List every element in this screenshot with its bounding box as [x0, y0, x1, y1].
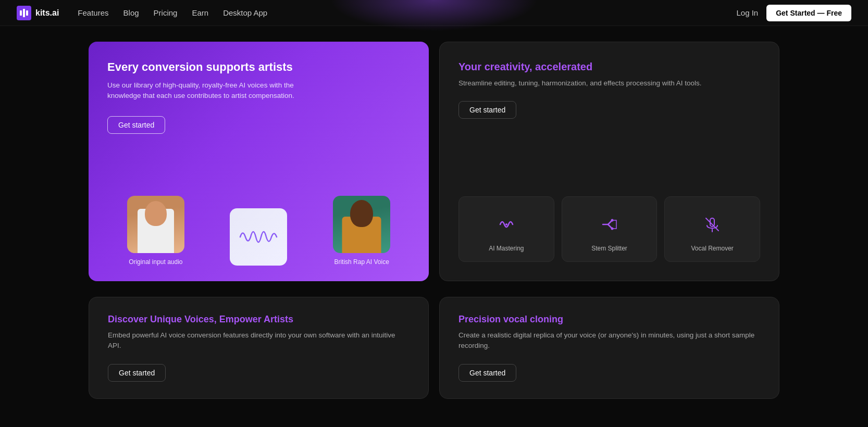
vocal-icon [699, 211, 725, 237]
nav-link-pricing[interactable]: Pricing [154, 8, 178, 17]
svg-rect-2 [26, 10, 28, 16]
mastering-icon [493, 211, 519, 237]
navbar: kits.ai Features Blog Pricing Earn Deskt… [0, 0, 868, 26]
hero-card: Every conversion supports artists Use ou… [89, 42, 429, 281]
tools-grid: AI Mastering Stem Splitter [458, 181, 760, 262]
creativity-card-desc: Streamline editing, tuning, harmonizatio… [458, 78, 760, 89]
nav-left: kits.ai Features Blog Pricing Earn Deskt… [17, 6, 267, 20]
stem-icon [596, 211, 622, 237]
creativity-card-title: Your creativity, accelerated [458, 61, 760, 73]
logo[interactable]: kits.ai [17, 6, 59, 20]
hero-card-title: Every conversion supports artists [107, 60, 410, 74]
logo-icon [17, 6, 31, 20]
tool-item-mastering: AI Mastering [458, 196, 554, 262]
original-avatar [127, 196, 184, 253]
original-voice-item: Original input audio [127, 196, 184, 266]
discover-card-desc: Embed powerful AI voice conversion featu… [108, 330, 410, 351]
original-voice-label: Original input audio [129, 258, 182, 266]
mastering-label: AI Mastering [489, 245, 524, 252]
cloning-card: Precision vocal cloning Create a realist… [439, 297, 779, 399]
discover-card-title: Discover Unique Voices, Empower Artists [108, 314, 410, 325]
waveform-item [230, 208, 287, 266]
creativity-card: Your creativity, accelerated Streamline … [439, 42, 779, 281]
cloning-card-title: Precision vocal cloning [458, 314, 760, 325]
cloning-card-desc: Create a realistic digital replica of yo… [458, 330, 760, 351]
svg-rect-1 [23, 9, 25, 17]
waveform-icon [238, 224, 279, 250]
nav-link-desktop[interactable]: Desktop App [223, 8, 267, 17]
tool-item-stem: Stem Splitter [562, 196, 658, 262]
vocal-label: Vocal Remover [691, 245, 733, 252]
svg-point-3 [505, 223, 507, 225]
login-button[interactable]: Log In [736, 8, 758, 17]
voice-demo: Original input audio British Rap AI Voic… [89, 196, 429, 266]
logo-text: kits.ai [35, 8, 59, 18]
get-started-nav-button[interactable]: Get Started — Free [766, 5, 851, 21]
discover-card: Discover Unique Voices, Empower Artists … [89, 297, 429, 399]
creativity-get-started-button[interactable]: Get started [458, 101, 516, 119]
result-voice-label: British Rap AI Voice [334, 258, 389, 266]
bottom-row: Discover Unique Voices, Empower Artists … [0, 297, 868, 415]
main-content: Every conversion supports artists Use ou… [0, 26, 868, 297]
nav-link-blog[interactable]: Blog [123, 8, 139, 17]
result-avatar [333, 196, 390, 253]
result-voice-item: British Rap AI Voice [333, 196, 390, 266]
discover-get-started-button[interactable]: Get started [108, 364, 166, 382]
cloning-get-started-button[interactable]: Get started [458, 364, 516, 382]
hero-get-started-button[interactable]: Get started [107, 116, 165, 134]
svg-rect-0 [20, 10, 22, 16]
nav-links: Features Blog Pricing Earn Desktop App [78, 8, 267, 17]
hero-card-desc: Use our library of high-quality, royalty… [107, 80, 326, 102]
waveform-card [230, 208, 287, 266]
nav-link-features[interactable]: Features [78, 8, 108, 17]
tool-item-vocal: Vocal Remover [664, 196, 760, 262]
nav-right: Log In Get Started — Free [736, 5, 851, 21]
nav-link-earn[interactable]: Earn [192, 8, 208, 17]
stem-label: Stem Splitter [591, 245, 627, 252]
